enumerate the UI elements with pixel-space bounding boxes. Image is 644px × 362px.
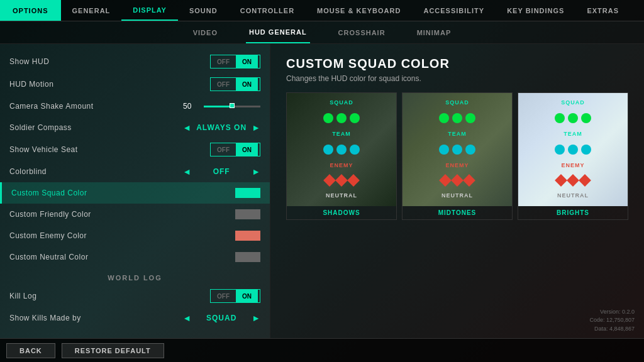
custom-enemy-color-row[interactable]: Custom Enemy Color [0, 225, 270, 246]
brights-card[interactable]: SQUAD TEAM [518, 92, 628, 220]
brights-team-row [555, 145, 591, 155]
shadows-footer: SHADOWS [287, 206, 396, 219]
tab-minimap[interactable]: MINIMAP [414, 21, 455, 43]
dot-green-1 [555, 113, 565, 123]
custom-squad-color-swatch[interactable] [235, 188, 260, 198]
midtones-diamond-row [441, 176, 474, 185]
dot-cyan-3 [350, 145, 360, 155]
diamond-1 [323, 174, 336, 187]
dot-green-1 [439, 113, 449, 123]
dot-cyan-1 [555, 145, 565, 155]
shadows-dot-row [323, 113, 360, 123]
brights-dot-row [555, 113, 591, 123]
arrow-left-btn[interactable]: ◄ [182, 313, 191, 323]
soldier-compass-row: Soldier Compass ◄ ALWAYS ON ► [0, 117, 270, 138]
dot-green-1 [323, 113, 333, 123]
brights-neutral-label: NEUTRAL [557, 192, 589, 199]
diamond-2 [567, 174, 579, 187]
shadows-team-label: TEAM [332, 131, 351, 137]
dot-cyan-3 [581, 145, 591, 155]
soldier-compass-selector: ◄ ALWAYS ON ► [182, 123, 260, 133]
dot-cyan-3 [465, 145, 475, 155]
custom-neutral-color-row[interactable]: Custom Neutral Color [0, 246, 270, 268]
version-line1: Version: 0.2.0 [589, 308, 635, 317]
dot-green-2 [452, 113, 462, 123]
kill-log-row: Kill Log OFF ON [0, 285, 270, 307]
show-kills-by-row: Show Kills Made by ◄ SQUAD ► [0, 307, 270, 329]
diamond-3 [463, 174, 475, 187]
toggle-on-label: ON [236, 290, 258, 302]
hud-motion-toggle[interactable]: OFF ON [210, 77, 260, 91]
camera-shake-row: Camera Shake Amount 50 [0, 96, 270, 117]
custom-enemy-color-label: Custom Enemy Color [9, 231, 235, 240]
top-nav: OPTIONS GENERAL DISPLAY SOUND CONTROLLER… [0, 0, 644, 21]
shadows-icons: SQUAD TEAM [287, 99, 396, 206]
custom-friendly-color-label: Custom Friendly Color [9, 210, 235, 219]
diamond-1 [439, 174, 452, 187]
show-vehicle-seat-row: Show Vehicle Seat OFF ON [0, 138, 270, 161]
dot-green-2 [336, 113, 347, 123]
nav-item-mouse-keyboard[interactable]: MOUSE & KEYBOARD [306, 0, 412, 21]
nav-item-sound[interactable]: SOUND [178, 0, 229, 21]
main-container: OPTIONS GENERAL DISPLAY SOUND CONTROLLER… [0, 0, 644, 362]
nav-item-display[interactable]: DISPLAY [121, 0, 178, 21]
diamond-2 [451, 174, 464, 187]
brights-team-label: TEAM [564, 131, 582, 137]
show-hud-toggle[interactable]: OFF ON [210, 55, 260, 69]
custom-neutral-color-label: Custom Neutral Color [9, 253, 235, 261]
show-hud-label: Show HUD [9, 57, 210, 66]
slider-bar[interactable] [204, 106, 260, 107]
diamond-2 [335, 174, 348, 187]
colorblind-label: Colorblind [9, 167, 182, 176]
custom-neutral-color-swatch[interactable] [235, 252, 260, 262]
right-panel: CUSTOM SQUAD COLOR Changes the HUD color… [270, 44, 644, 338]
version-line3: Data: 4,848,867 [589, 325, 635, 334]
show-kills-by-label: Show Kills Made by [9, 314, 182, 322]
dot-green-3 [465, 113, 475, 123]
arrow-left-btn[interactable]: ◄ [182, 123, 191, 133]
tab-crosshair[interactable]: CROSSHAIR [335, 21, 389, 43]
tab-video[interactable]: VIDEO [190, 21, 221, 43]
dot-cyan-2 [336, 145, 347, 155]
custom-friendly-color-swatch[interactable] [235, 209, 260, 219]
hud-motion-label: HUD Motion [9, 80, 210, 89]
nav-item-extras[interactable]: EXTRAS [575, 0, 630, 21]
custom-enemy-color-swatch[interactable] [235, 231, 260, 241]
camera-shake-slider[interactable]: 50 [183, 102, 260, 111]
midtones-scene: SQUAD TEAM [402, 93, 512, 206]
dot-cyan-2 [452, 145, 462, 155]
back-button[interactable]: BACK [6, 343, 55, 358]
arrow-left-btn[interactable]: ◄ [182, 167, 191, 177]
show-kills-by-selector: ◄ SQUAD ► [182, 313, 260, 323]
nav-item-options[interactable]: OPTIONS [0, 0, 61, 21]
nav-item-key-bindings[interactable]: KEY BINDINGS [496, 0, 575, 21]
midtones-footer: MIDTONES [402, 206, 512, 219]
nav-item-accessibility[interactable]: ACCESSIBILITY [412, 0, 496, 21]
arrow-value: SQUAD [196, 314, 247, 322]
shadows-scene: SQUAD TEAM [287, 93, 396, 206]
restore-default-button[interactable]: RESTORE DEFAULT [62, 343, 164, 358]
custom-squad-color-row[interactable]: Custom Squad Color [0, 182, 270, 204]
arrow-right-btn[interactable]: ► [252, 123, 260, 133]
arrow-right-btn[interactable]: ► [252, 167, 260, 177]
midtones-dot-row [439, 113, 475, 123]
shadows-diamond-row [325, 176, 358, 185]
dot-green-2 [568, 113, 578, 123]
dot-cyan-1 [439, 145, 449, 155]
nav-item-controller[interactable]: CONTROLLER [229, 0, 306, 21]
shadows-neutral-label: NEUTRAL [326, 192, 357, 199]
custom-friendly-color-row[interactable]: Custom Friendly Color [0, 204, 270, 225]
tab-hud-general[interactable]: HUD GENERAL [246, 21, 310, 43]
content-area: Show HUD OFF ON HUD Motion OFF ON Camera… [0, 44, 644, 338]
arrow-right-btn[interactable]: ► [252, 313, 260, 323]
kill-log-toggle[interactable]: OFF ON [210, 289, 260, 303]
midtones-neutral-label: NEUTRAL [441, 192, 473, 199]
shadows-card[interactable]: SQUAD TEAM [286, 92, 397, 220]
nav-item-general[interactable]: GENERAL [61, 0, 122, 21]
bottom-bar: BACK RESTORE DEFAULT [0, 338, 644, 362]
midtones-card[interactable]: SQUAD TEAM [402, 92, 513, 220]
sub-nav: VIDEO HUD GENERAL CROSSHAIR MINIMAP [0, 21, 644, 44]
midtones-team-label: TEAM [448, 131, 467, 137]
world-log-section: WORLD LOG [0, 268, 270, 285]
show-vehicle-seat-toggle[interactable]: OFF ON [210, 143, 260, 156]
